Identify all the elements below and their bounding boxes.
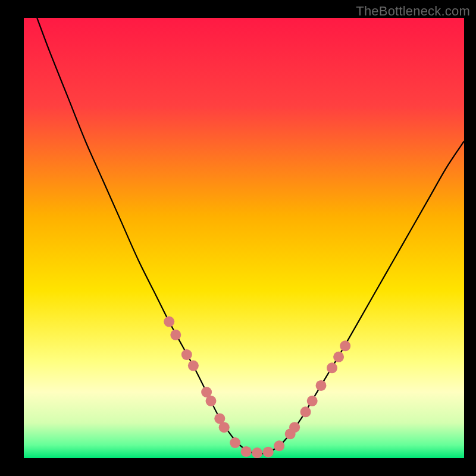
- marker-dot: [181, 349, 192, 360]
- marker-dot: [340, 340, 350, 351]
- marker-dot: [289, 422, 300, 433]
- marker-dot: [307, 396, 318, 406]
- marker-dot: [274, 440, 284, 451]
- watermark-text: TheBottleneck.com: [356, 4, 470, 19]
- marker-dot: [241, 446, 252, 457]
- marker-dot: [164, 317, 174, 327]
- marker-dot: [316, 380, 327, 391]
- marker-dot: [333, 352, 344, 362]
- marker-dot: [230, 437, 240, 448]
- marker-dot: [263, 447, 274, 458]
- marker-dot: [188, 361, 199, 371]
- marker-dot: [300, 406, 311, 417]
- marker-dot: [219, 422, 230, 433]
- marker-dot: [206, 396, 217, 406]
- marker-dot: [252, 447, 262, 458]
- chart-svg: [24, 18, 464, 458]
- chart-frame: TheBottleneck.com: [0, 0, 476, 476]
- marker-dot: [327, 362, 337, 373]
- chart-background: [24, 18, 464, 458]
- marker-dot: [170, 330, 181, 340]
- chart-plot-area: [24, 18, 464, 458]
